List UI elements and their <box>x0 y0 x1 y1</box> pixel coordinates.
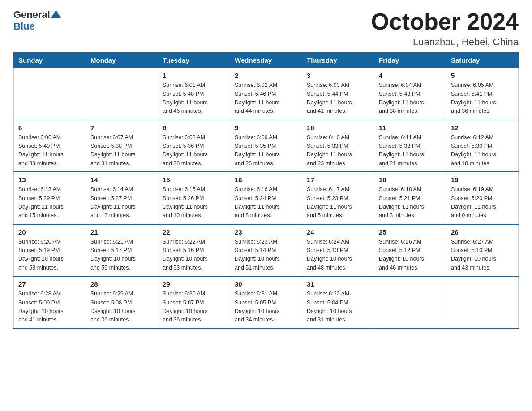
calendar-cell: 30Sunrise: 6:31 AM Sunset: 5:05 PM Dayli… <box>230 276 302 329</box>
day-number: 16 <box>235 176 297 184</box>
day-info: Sunrise: 6:09 AM Sunset: 5:35 PM Dayligh… <box>235 133 297 168</box>
header-friday: Friday <box>374 53 446 68</box>
day-number: 25 <box>379 228 442 236</box>
day-info: Sunrise: 6:18 AM Sunset: 5:21 PM Dayligh… <box>379 185 442 220</box>
calendar-cell: 20Sunrise: 6:20 AM Sunset: 5:19 PM Dayli… <box>14 224 86 277</box>
calendar-cell <box>14 68 86 120</box>
day-number: 3 <box>307 72 369 79</box>
week-row-4: 20Sunrise: 6:20 AM Sunset: 5:19 PM Dayli… <box>14 224 519 277</box>
day-info: Sunrise: 6:06 AM Sunset: 5:40 PM Dayligh… <box>18 133 81 168</box>
calendar-cell: 23Sunrise: 6:23 AM Sunset: 5:14 PM Dayli… <box>230 224 302 277</box>
calendar-cell: 19Sunrise: 6:19 AM Sunset: 5:20 PM Dayli… <box>446 172 519 224</box>
header-monday: Monday <box>86 53 158 68</box>
day-number: 20 <box>18 228 81 236</box>
calendar-cell: 3Sunrise: 6:03 AM Sunset: 5:44 PM Daylig… <box>302 68 374 120</box>
title-block: October 2024 Luanzhou, Hebei, China <box>371 9 519 48</box>
day-info: Sunrise: 6:13 AM Sunset: 5:29 PM Dayligh… <box>18 185 81 220</box>
day-info: Sunrise: 6:04 AM Sunset: 5:43 PM Dayligh… <box>379 81 442 116</box>
day-info: Sunrise: 6:01 AM Sunset: 5:48 PM Dayligh… <box>163 81 225 116</box>
calendar-cell: 25Sunrise: 6:26 AM Sunset: 5:12 PM Dayli… <box>374 224 446 277</box>
calendar-cell: 17Sunrise: 6:17 AM Sunset: 5:23 PM Dayli… <box>302 172 374 224</box>
day-number: 10 <box>307 124 369 132</box>
header-sunday: Sunday <box>14 53 86 68</box>
week-row-3: 13Sunrise: 6:13 AM Sunset: 5:29 PM Dayli… <box>14 172 519 224</box>
day-info: Sunrise: 6:22 AM Sunset: 5:16 PM Dayligh… <box>163 238 225 273</box>
calendar-cell: 24Sunrise: 6:24 AM Sunset: 5:13 PM Dayli… <box>302 224 374 277</box>
day-info: Sunrise: 6:14 AM Sunset: 5:27 PM Dayligh… <box>90 185 153 220</box>
calendar-cell: 5Sunrise: 6:05 AM Sunset: 5:41 PM Daylig… <box>446 68 519 120</box>
calendar-cell: 10Sunrise: 6:10 AM Sunset: 5:33 PM Dayli… <box>302 120 374 172</box>
calendar-cell: 1Sunrise: 6:01 AM Sunset: 5:48 PM Daylig… <box>158 68 230 120</box>
day-number: 23 <box>235 228 297 236</box>
day-info: Sunrise: 6:17 AM Sunset: 5:23 PM Dayligh… <box>307 185 369 220</box>
calendar-cell <box>374 276 446 329</box>
day-number: 12 <box>451 124 514 132</box>
logo-triangle-icon <box>51 10 61 18</box>
day-info: Sunrise: 6:26 AM Sunset: 5:12 PM Dayligh… <box>379 238 442 273</box>
calendar-cell <box>86 68 158 120</box>
header-saturday: Saturday <box>446 53 519 68</box>
day-info: Sunrise: 6:07 AM Sunset: 5:38 PM Dayligh… <box>90 133 153 168</box>
calendar-cell: 6Sunrise: 6:06 AM Sunset: 5:40 PM Daylig… <box>14 120 86 172</box>
calendar-cell: 4Sunrise: 6:04 AM Sunset: 5:43 PM Daylig… <box>374 68 446 120</box>
day-info: Sunrise: 6:28 AM Sunset: 5:09 PM Dayligh… <box>18 290 81 325</box>
calendar-cell <box>446 276 519 329</box>
day-number: 30 <box>235 280 297 288</box>
day-number: 5 <box>451 72 514 79</box>
day-number: 11 <box>379 124 442 132</box>
day-number: 4 <box>379 72 442 79</box>
calendar-cell: 31Sunrise: 6:32 AM Sunset: 5:04 PM Dayli… <box>302 276 374 329</box>
day-info: Sunrise: 6:19 AM Sunset: 5:20 PM Dayligh… <box>451 185 514 220</box>
day-number: 27 <box>18 280 81 288</box>
day-number: 7 <box>90 124 153 132</box>
day-number: 6 <box>18 124 81 132</box>
header-wednesday: Wednesday <box>230 53 302 68</box>
day-info: Sunrise: 6:16 AM Sunset: 5:24 PM Dayligh… <box>235 185 297 220</box>
calendar-cell: 28Sunrise: 6:29 AM Sunset: 5:08 PM Dayli… <box>86 276 158 329</box>
calendar-table: SundayMondayTuesdayWednesdayThursdayFrid… <box>13 52 519 329</box>
logo: General Blue <box>13 9 61 32</box>
day-number: 2 <box>235 72 297 79</box>
day-info: Sunrise: 6:27 AM Sunset: 5:10 PM Dayligh… <box>451 238 514 273</box>
calendar-cell: 7Sunrise: 6:07 AM Sunset: 5:38 PM Daylig… <box>86 120 158 172</box>
day-info: Sunrise: 6:11 AM Sunset: 5:32 PM Dayligh… <box>379 133 442 168</box>
week-row-2: 6Sunrise: 6:06 AM Sunset: 5:40 PM Daylig… <box>14 120 519 172</box>
day-info: Sunrise: 6:31 AM Sunset: 5:05 PM Dayligh… <box>235 290 297 325</box>
day-number: 18 <box>379 176 442 184</box>
calendar-subtitle: Luanzhou, Hebei, China <box>371 36 519 48</box>
day-info: Sunrise: 6:29 AM Sunset: 5:08 PM Dayligh… <box>90 290 153 325</box>
svg-marker-0 <box>51 10 61 18</box>
calendar-cell: 21Sunrise: 6:21 AM Sunset: 5:17 PM Dayli… <box>86 224 158 277</box>
day-info: Sunrise: 6:24 AM Sunset: 5:13 PM Dayligh… <box>307 238 369 273</box>
week-row-1: 1Sunrise: 6:01 AM Sunset: 5:48 PM Daylig… <box>14 68 519 120</box>
page-header: General Blue October 2024 Luanzhou, Hebe… <box>13 9 519 48</box>
day-info: Sunrise: 6:03 AM Sunset: 5:44 PM Dayligh… <box>307 81 369 116</box>
logo-blue-text: Blue <box>13 21 35 32</box>
day-number: 1 <box>163 72 225 79</box>
day-info: Sunrise: 6:12 AM Sunset: 5:30 PM Dayligh… <box>451 133 514 168</box>
day-info: Sunrise: 6:23 AM Sunset: 5:14 PM Dayligh… <box>235 238 297 273</box>
day-info: Sunrise: 6:30 AM Sunset: 5:07 PM Dayligh… <box>163 290 225 325</box>
calendar-cell: 18Sunrise: 6:18 AM Sunset: 5:21 PM Dayli… <box>374 172 446 224</box>
calendar-cell: 11Sunrise: 6:11 AM Sunset: 5:32 PM Dayli… <box>374 120 446 172</box>
day-number: 9 <box>235 124 297 132</box>
day-info: Sunrise: 6:08 AM Sunset: 5:36 PM Dayligh… <box>163 133 225 168</box>
day-number: 19 <box>451 176 514 184</box>
day-number: 21 <box>90 228 153 236</box>
calendar-cell: 26Sunrise: 6:27 AM Sunset: 5:10 PM Dayli… <box>446 224 519 277</box>
week-row-5: 27Sunrise: 6:28 AM Sunset: 5:09 PM Dayli… <box>14 276 519 329</box>
day-info: Sunrise: 6:20 AM Sunset: 5:19 PM Dayligh… <box>18 238 81 273</box>
day-info: Sunrise: 6:02 AM Sunset: 5:46 PM Dayligh… <box>235 81 297 116</box>
day-number: 31 <box>307 280 369 288</box>
calendar-cell: 2Sunrise: 6:02 AM Sunset: 5:46 PM Daylig… <box>230 68 302 120</box>
day-number: 22 <box>163 228 225 236</box>
calendar-cell: 15Sunrise: 6:15 AM Sunset: 5:26 PM Dayli… <box>158 172 230 224</box>
header-thursday: Thursday <box>302 53 374 68</box>
calendar-cell: 13Sunrise: 6:13 AM Sunset: 5:29 PM Dayli… <box>14 172 86 224</box>
day-number: 29 <box>163 280 225 288</box>
calendar-cell: 12Sunrise: 6:12 AM Sunset: 5:30 PM Dayli… <box>446 120 519 172</box>
day-number: 13 <box>18 176 81 184</box>
day-number: 24 <box>307 228 369 236</box>
day-number: 8 <box>163 124 225 132</box>
calendar-cell: 8Sunrise: 6:08 AM Sunset: 5:36 PM Daylig… <box>158 120 230 172</box>
